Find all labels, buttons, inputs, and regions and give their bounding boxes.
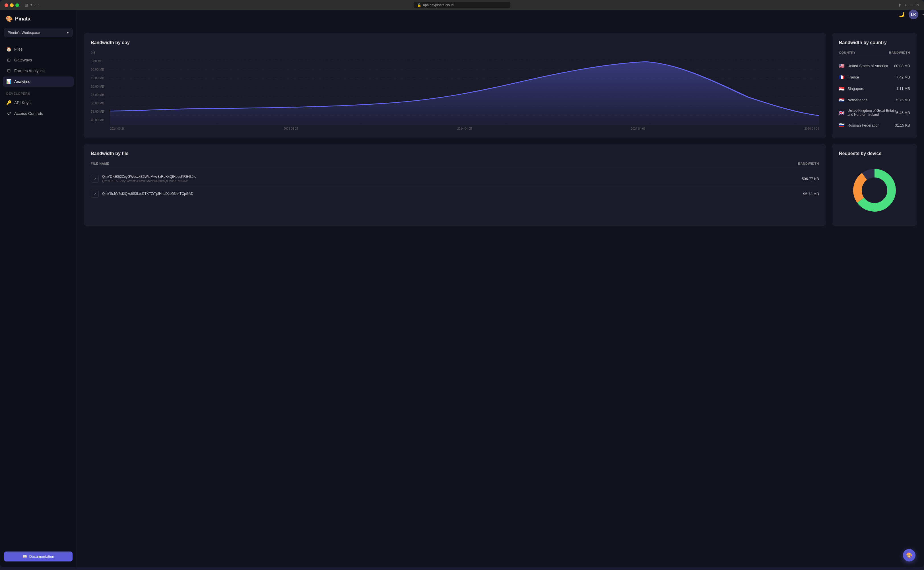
back-button[interactable]: ‹ xyxy=(34,3,36,8)
y-axis-labels: 40.00 MB 35.00 MB 30.00 MB 25.00 MB 20.0… xyxy=(91,51,104,122)
country-name: United Kingdom of Great Britain and Nort… xyxy=(847,109,896,116)
y-label: 40.00 MB xyxy=(91,118,104,122)
file-row: ↗ QmYDKESi2ZeyGWdszkB6WiuMwv8xRpKxQfHpos… xyxy=(91,171,819,186)
sidebar-toggle-icon[interactable]: ⊞ xyxy=(25,3,28,8)
col-bandwidth: BANDWIDTH xyxy=(889,51,910,54)
chevron-down-icon[interactable]: ▾ xyxy=(31,3,32,8)
sidebar-item-label: Analytics xyxy=(14,80,30,84)
maximize-button[interactable] xyxy=(15,3,19,7)
moon-icon[interactable]: 🌙 xyxy=(898,11,905,18)
book-icon: 📖 xyxy=(23,555,27,559)
bandwidth-by-day-title: Bandwidth by day xyxy=(91,40,819,45)
country-row: 🇫🇷 France 7.42 MB xyxy=(839,72,910,83)
country-name: Netherlands xyxy=(847,98,896,102)
country-bandwidth: 31.15 KB xyxy=(895,123,910,127)
sidebar-item-gateways[interactable]: ⊞ Gateways xyxy=(3,55,74,65)
bandwidth-by-country-title: Bandwidth by country xyxy=(839,40,910,45)
new-tab-icon[interactable]: + xyxy=(904,3,907,8)
logo-icon: 🎨 xyxy=(6,15,13,22)
chevron-down-icon: ▾ xyxy=(67,31,69,35)
flag-icon: 🇳🇱 xyxy=(839,97,844,103)
logo-text: Pinata xyxy=(15,16,31,22)
col-bandwidth: BANDWIDTH xyxy=(798,162,819,165)
main-content: Bandwidth by day 40.00 MB 35.00 MB 30.00… xyxy=(77,26,924,233)
file-link-button[interactable]: ↗ xyxy=(91,175,99,182)
bandwidth-by-country-card: Bandwidth by country COUNTRY BANDWIDTH 🇺… xyxy=(832,33,917,138)
home-icon: 🏠 xyxy=(6,47,11,52)
requests-by-device-title: Requests by device xyxy=(839,151,910,156)
y-label: 35.00 MB xyxy=(91,110,104,113)
sidebar-item-access-controls[interactable]: 🛡 Access Controls xyxy=(3,108,74,118)
chart-inner xyxy=(110,51,819,126)
y-label: 10.00 MB xyxy=(91,68,104,71)
y-label: 5.00 MB xyxy=(91,60,104,63)
file-names: QmYSrJrV7sf2Qkc6S3LedJTKTZrTpfHhaDJsG3h4… xyxy=(102,192,800,196)
y-label: 30.00 MB xyxy=(91,101,104,105)
country-bandwidth: 5.45 MB xyxy=(896,110,910,115)
avatar: LK xyxy=(909,10,918,19)
flag-icon: 🇬🇧 xyxy=(839,110,844,115)
header-actions: 🌙 LK ▾ xyxy=(77,10,924,19)
col-country: COUNTRY xyxy=(839,51,856,54)
x-label: 2024-04-05 xyxy=(457,127,472,130)
file-table-header: FILE NAME BANDWIDTH xyxy=(91,162,819,168)
flag-icon: 🇸🇬 xyxy=(839,86,844,91)
donut-chart-svg xyxy=(846,167,903,213)
url-text: app.devpinata.cloud xyxy=(423,3,454,7)
forward-button[interactable]: › xyxy=(38,3,40,8)
address-bar[interactable]: 🔒 app.devpinata.cloud xyxy=(414,2,510,8)
sidebar-item-label: API Keys xyxy=(14,100,31,105)
line-chart-svg xyxy=(110,51,819,125)
country-bandwidth: 1.11 MB xyxy=(896,86,910,91)
sidebar-icon[interactable]: ▭ xyxy=(910,3,913,8)
country-bandwidth: 5.75 MB xyxy=(896,98,910,102)
x-label: 2024-04-09 xyxy=(804,127,819,130)
traffic-lights xyxy=(5,3,19,7)
country-row: 🇳🇱 Netherlands 5.75 MB xyxy=(839,94,910,106)
sidebar-item-files[interactable]: 🏠 Files xyxy=(3,44,74,54)
sidebar-item-api-keys[interactable]: 🔑 API Keys xyxy=(3,98,74,108)
country-bandwidth: 80.88 MB xyxy=(894,64,910,68)
x-axis-labels: 2024-03-26 2024-03-27 2024-04-05 2024-04… xyxy=(110,127,819,130)
grid-icon: ⊞ xyxy=(6,57,11,63)
country-table-header: COUNTRY BANDWIDTH xyxy=(839,51,910,57)
reload-icon[interactable]: ↻ xyxy=(916,3,919,8)
sidebar-item-label: Files xyxy=(14,47,23,52)
x-label: 2024-04-08 xyxy=(631,127,645,130)
workspace-selector[interactable]: Pinnie's Workspace ▾ xyxy=(4,28,72,37)
sidebar-item-frames-analytics[interactable]: ⊡ Frames Analytics xyxy=(3,66,74,76)
close-button[interactable] xyxy=(5,3,8,7)
sidebar-item-label: Access Controls xyxy=(14,111,43,116)
country-row: 🇸🇬 Singapore 1.11 MB xyxy=(839,83,910,94)
country-bandwidth: 7.42 MB xyxy=(896,75,910,80)
minimize-button[interactable] xyxy=(10,3,14,7)
flag-icon: 🇷🇺 xyxy=(839,123,844,128)
charts-grid-top: Bandwidth by day 40.00 MB 35.00 MB 30.00… xyxy=(84,33,917,138)
country-name: Singapore xyxy=(847,86,896,91)
country-name: Russian Federation xyxy=(847,123,895,127)
sidebar-item-analytics[interactable]: 📊 Analytics xyxy=(3,77,74,87)
file-name-main: QmYSrJrV7sf2Qkc6S3LedJTKTZrTpfHhaDJsG3h4… xyxy=(102,192,800,196)
donut-container xyxy=(839,162,910,219)
sidebar: 🎨 Pinata Pinnie's Workspace ▾ 🏠 Files ⊞ … xyxy=(0,10,77,567)
file-link-button[interactable]: ↗ xyxy=(91,190,99,198)
share-icon[interactable]: ⬆ xyxy=(898,3,901,8)
country-name: France xyxy=(847,75,896,80)
y-label: 20.00 MB xyxy=(91,85,104,88)
bandwidth-by-file-card: Bandwidth by file FILE NAME BANDWIDTH ↗ … xyxy=(84,144,826,226)
lock-icon: 🔒 xyxy=(417,3,421,7)
floating-action-button[interactable]: 🎨 xyxy=(903,549,915,561)
country-row: 🇷🇺 Russian Federation 31.15 KB xyxy=(839,120,910,131)
chevron-down-icon[interactable]: ▾ xyxy=(922,12,924,17)
x-label: 2024-03-27 xyxy=(283,127,298,130)
browser-nav: ⊞ ▾ ‹ › xyxy=(25,3,39,8)
key-icon: 🔑 xyxy=(6,100,11,105)
frames-icon: ⊡ xyxy=(6,68,11,74)
documentation-button[interactable]: 📖 Documentation xyxy=(4,552,72,561)
file-bandwidth: 95.73 MB xyxy=(803,192,819,196)
analytics-icon: 📊 xyxy=(6,79,11,84)
app-container: 🎨 Pinata Pinnie's Workspace ▾ 🏠 Files ⊞ … xyxy=(0,10,924,567)
bandwidth-by-file-title: Bandwidth by file xyxy=(91,151,819,156)
y-label: 0 B xyxy=(91,51,104,54)
workspace-name: Pinnie's Workspace xyxy=(8,31,40,35)
